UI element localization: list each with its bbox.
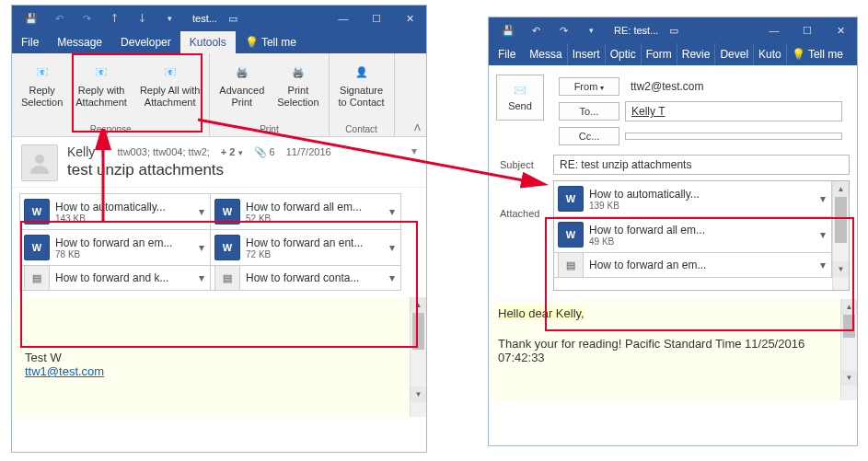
attachment-item[interactable]: WHow to forward all em...49 KB▾	[553, 216, 832, 253]
from-button[interactable]: From ▾	[559, 77, 619, 96]
tab-file[interactable]: File	[12, 31, 48, 53]
scrollbar[interactable]: ▲ ▼	[832, 181, 849, 290]
to-button[interactable]: To...	[559, 102, 619, 121]
scrollbar[interactable]: ▲ ▼	[840, 299, 857, 400]
avatar	[21, 144, 58, 181]
group-print-label: Print	[260, 124, 279, 136]
maximize-button[interactable]: ☐	[360, 6, 393, 31]
greeting: Hello dear Kelly,	[498, 306, 584, 320]
cc-field[interactable]	[625, 133, 842, 140]
prev-icon[interactable]: 🡑	[102, 8, 126, 29]
attachment-dropdown-icon[interactable]: ▾	[818, 228, 827, 241]
tab-developer[interactable]: Developer	[111, 31, 180, 53]
tab-file[interactable]: File	[489, 43, 525, 65]
attachment-count: 📎 6	[254, 146, 275, 158]
tab-review[interactable]: Revie	[677, 43, 716, 65]
qat-more-icon[interactable]: ▾	[157, 8, 181, 29]
scroll-down-icon[interactable]: ▼	[841, 370, 857, 386]
more-recipients[interactable]: + 2 ▾	[221, 146, 243, 157]
attachments-grid: WHow to automatically...143 KB▾WHow to f…	[12, 188, 426, 297]
ribbon: 📧Reply Selection 📧Reply with Attachment …	[12, 53, 426, 137]
advanced-print-button[interactable]: 🖨️Advanced Print	[214, 57, 270, 110]
attachment-dropdown-icon[interactable]: ▾	[197, 271, 206, 284]
scroll-down-icon[interactable]: ▼	[411, 386, 426, 402]
subject-field[interactable]: RE: test unzip attachments	[553, 155, 850, 175]
scrollbar[interactable]: ▲ ▼	[410, 297, 426, 417]
tab-message[interactable]: Message	[48, 31, 111, 53]
attachment-dropdown-icon[interactable]: ▾	[388, 205, 397, 218]
scroll-up-icon[interactable]: ▲	[411, 297, 426, 313]
save-icon[interactable]: 💾	[19, 8, 43, 29]
maximize-button[interactable]: ☐	[791, 17, 824, 43]
close-button[interactable]: ✕	[824, 17, 857, 43]
word-doc-icon: ▤	[214, 265, 240, 291]
scroll-down-icon[interactable]: ▼	[833, 261, 849, 277]
tab-kutools[interactable]: Kutools	[180, 31, 236, 53]
undo-icon[interactable]: ↶	[47, 8, 71, 29]
attachment-item[interactable]: WHow to automatically...143 KB▾	[19, 193, 211, 230]
tab-message[interactable]: Messa	[525, 43, 567, 65]
envelope-reply-icon: 📧	[28, 59, 57, 85]
tell-me[interactable]: 💡 Tell me	[236, 31, 306, 53]
group-contact-label: Contact	[345, 124, 376, 136]
subject-label: Subject	[496, 159, 548, 170]
next-icon[interactable]: 🡓	[130, 8, 154, 29]
signature-to-contact-button[interactable]: 👤Signature to Contact	[333, 57, 390, 110]
to-field[interactable]: Kelly T	[625, 101, 842, 121]
tab-format[interactable]: Form	[642, 43, 677, 65]
reply-selection-button[interactable]: 📧Reply Selection	[16, 57, 68, 110]
titlebar: 💾 ↶ ↷ 🡑 🡓 ▾ test... ▭ — ☐ ✕	[12, 6, 426, 31]
redo-icon[interactable]: ↷	[551, 20, 575, 40]
attachment-item[interactable]: WHow to automatically...139 KB▾	[553, 180, 832, 217]
reply-all-with-attachment-button[interactable]: 📧Reply All with Attachment	[134, 57, 205, 110]
minimize-button[interactable]: —	[758, 17, 791, 43]
attachment-dropdown-icon[interactable]: ▾	[197, 241, 206, 254]
scroll-up-icon[interactable]: ▲	[841, 299, 857, 315]
word-doc-icon: W	[558, 186, 584, 212]
print-selection-button[interactable]: 🖨️Print Selection	[272, 57, 324, 110]
attachment-item[interactable]: WHow to forward an em...78 KB▾	[19, 229, 211, 266]
qat-more-icon[interactable]: ▾	[579, 20, 603, 40]
minimize-button[interactable]: —	[327, 6, 360, 31]
attachment-item[interactable]: WHow to forward all em...52 KB▾	[210, 193, 401, 230]
send-button[interactable]: ✉️ Send	[496, 75, 544, 121]
header-expand-icon[interactable]: ▾	[411, 144, 417, 181]
reply-with-attachment-button[interactable]: 📧Reply with Attachment	[70, 57, 133, 110]
word-doc-icon: W	[214, 235, 240, 260]
attachment-dropdown-icon[interactable]: ▾	[388, 271, 397, 284]
redo-icon[interactable]: ↷	[75, 8, 98, 29]
attachment-size: 78 KB	[55, 249, 197, 259]
save-icon[interactable]: 💾	[496, 20, 520, 40]
envelope-attach-icon: 📧	[87, 59, 116, 85]
tell-me[interactable]: 💡 Tell me	[787, 43, 848, 65]
compose-body[interactable]: Hello dear Kelly, Thank your for reading…	[489, 299, 857, 400]
scroll-up-icon[interactable]: ▲	[833, 181, 849, 197]
tab-options[interactable]: Optic	[606, 43, 642, 65]
attachment-dropdown-icon[interactable]: ▾	[388, 241, 397, 254]
attachment-item[interactable]: ▤How to forward conta...▾	[210, 265, 401, 291]
attachment-dropdown-icon[interactable]: ▾	[818, 259, 827, 271]
close-button[interactable]: ✕	[393, 6, 426, 31]
attachment-item[interactable]: ▤How to forward an em...▾	[553, 252, 832, 278]
tab-developer[interactable]: Devel	[715, 43, 754, 65]
attached-label: Attached	[496, 180, 548, 219]
view-icon[interactable]: ▭	[662, 20, 686, 40]
attachment-name: How to forward conta...	[246, 271, 388, 284]
attachment-item[interactable]: WHow to forward an ent...72 KB▾	[210, 229, 401, 266]
signature-name: Test W	[25, 351, 413, 364]
attachment-name: How to forward all em...	[589, 224, 818, 236]
collapse-ribbon-icon[interactable]: ᐱ	[414, 122, 421, 133]
attachment-dropdown-icon[interactable]: ▾	[818, 192, 827, 205]
signature-email[interactable]: ttw1@test.com	[25, 364, 104, 378]
tab-insert[interactable]: Insert	[568, 43, 606, 65]
message-body[interactable]: Test W ttw1@test.com	[12, 297, 426, 417]
attachment-item[interactable]: ▤How to forward and k...▾	[19, 265, 211, 291]
cc-button[interactable]: Cc...	[559, 127, 619, 145]
attachment-size: 52 KB	[246, 213, 388, 224]
tab-kutools[interactable]: Kuto	[754, 43, 787, 65]
view-icon[interactable]: ▭	[221, 8, 245, 29]
from-field[interactable]: ttw2@test.com	[625, 77, 842, 96]
undo-icon[interactable]: ↶	[524, 20, 548, 40]
attachment-dropdown-icon[interactable]: ▾	[197, 205, 206, 218]
ribbon-tabs: File Message Developer Kutools 💡 Tell me	[12, 31, 426, 53]
